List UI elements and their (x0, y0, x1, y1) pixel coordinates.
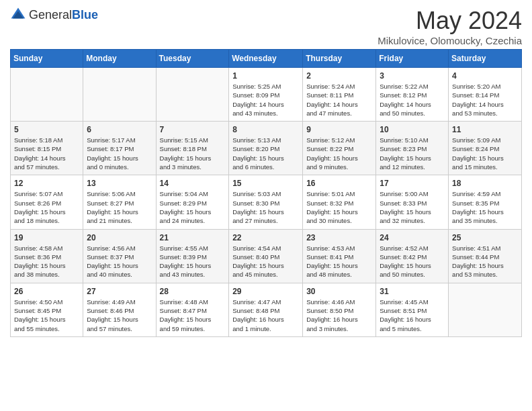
day-number: 18 (452, 179, 518, 188)
header-sunday: Sunday (11, 50, 83, 68)
day-info: Sunrise: 5:04 AMSunset: 8:29 PMDaylight:… (160, 189, 226, 225)
title-block: May 2024 Mikulovice, Olomoucky, Czechia (378, 7, 522, 46)
day-info: Sunrise: 5:09 AMSunset: 8:24 PMDaylight:… (452, 136, 518, 171)
day-number: 1 (232, 71, 299, 81)
calendar-cell: 31Sunrise: 4:45 AMSunset: 8:51 PMDayligh… (376, 283, 449, 336)
day-info: Sunrise: 5:17 AMSunset: 8:17 PMDaylight:… (87, 136, 152, 171)
day-number: 9 (306, 125, 372, 134)
calendar-cell: 24Sunrise: 4:52 AMSunset: 8:42 PMDayligh… (376, 229, 449, 283)
day-info: Sunrise: 5:20 AMSunset: 8:14 PMDaylight:… (452, 82, 518, 118)
day-info: Sunrise: 5:24 AMSunset: 8:11 PMDaylight:… (306, 82, 372, 118)
calendar-cell: 18Sunrise: 4:59 AMSunset: 8:35 PMDayligh… (449, 175, 522, 229)
day-info: Sunrise: 4:45 AMSunset: 8:51 PMDaylight:… (380, 298, 445, 333)
day-number: 28 (160, 287, 226, 296)
calendar-cell (11, 68, 83, 122)
calendar-cell: 29Sunrise: 4:47 AMSunset: 8:48 PMDayligh… (229, 283, 303, 336)
calendar-cell: 6Sunrise: 5:17 AMSunset: 8:17 PMDaylight… (83, 122, 156, 175)
calendar-cell: 4Sunrise: 5:20 AMSunset: 8:14 PMDaylight… (449, 68, 522, 122)
header-monday: Monday (83, 50, 156, 68)
calendar-cell: 11Sunrise: 5:09 AMSunset: 8:24 PMDayligh… (449, 122, 522, 175)
day-info: Sunrise: 5:00 AMSunset: 8:33 PMDaylight:… (380, 189, 445, 225)
month-title: May 2024 (378, 7, 522, 35)
calendar-cell: 10Sunrise: 5:10 AMSunset: 8:23 PMDayligh… (376, 122, 449, 175)
day-info: Sunrise: 5:18 AMSunset: 8:15 PMDaylight:… (14, 136, 79, 171)
day-number: 29 (232, 287, 299, 296)
day-number: 14 (160, 179, 226, 188)
calendar-cell (449, 283, 522, 336)
day-number: 6 (87, 125, 152, 134)
page: GeneralBlue May 2024 Mikulovice, Olomouc… (0, 0, 532, 347)
day-number: 5 (14, 125, 79, 134)
header-saturday: Saturday (449, 50, 522, 68)
day-info: Sunrise: 5:15 AMSunset: 8:18 PMDaylight:… (160, 136, 226, 171)
day-number: 15 (232, 179, 299, 188)
day-info: Sunrise: 5:22 AMSunset: 8:12 PMDaylight:… (380, 82, 445, 118)
day-info: Sunrise: 4:50 AMSunset: 8:45 PMDaylight:… (14, 298, 79, 333)
day-info: Sunrise: 4:55 AMSunset: 8:39 PMDaylight:… (160, 244, 226, 279)
day-info: Sunrise: 4:59 AMSunset: 8:35 PMDaylight:… (452, 189, 518, 225)
day-number: 13 (87, 179, 152, 188)
day-number: 4 (452, 71, 518, 81)
calendar-cell (156, 68, 229, 122)
calendar-cell: 14Sunrise: 5:04 AMSunset: 8:29 PMDayligh… (156, 175, 229, 229)
day-info: Sunrise: 4:54 AMSunset: 8:40 PMDaylight:… (232, 244, 299, 279)
day-info: Sunrise: 4:52 AMSunset: 8:42 PMDaylight:… (380, 244, 445, 279)
calendar-cell: 12Sunrise: 5:07 AMSunset: 8:26 PMDayligh… (11, 175, 83, 229)
day-number: 19 (14, 233, 79, 242)
logo-general: GeneralBlue (29, 8, 98, 22)
day-number: 8 (232, 125, 299, 134)
day-info: Sunrise: 5:10 AMSunset: 8:23 PMDaylight:… (380, 136, 445, 171)
calendar-cell: 8Sunrise: 5:13 AMSunset: 8:20 PMDaylight… (229, 122, 303, 175)
day-number: 30 (306, 287, 372, 296)
calendar-cell: 13Sunrise: 5:06 AMSunset: 8:27 PMDayligh… (83, 175, 156, 229)
day-number: 11 (452, 125, 518, 134)
header: GeneralBlue May 2024 Mikulovice, Olomouc… (10, 7, 522, 46)
day-info: Sunrise: 5:13 AMSunset: 8:20 PMDaylight:… (232, 136, 299, 171)
day-number: 26 (14, 287, 79, 296)
day-number: 16 (306, 179, 372, 188)
calendar-cell: 25Sunrise: 4:51 AMSunset: 8:44 PMDayligh… (449, 229, 522, 283)
day-info: Sunrise: 5:25 AMSunset: 8:09 PMDaylight:… (232, 82, 299, 118)
day-info: Sunrise: 5:07 AMSunset: 8:26 PMDaylight:… (14, 189, 79, 225)
day-info: Sunrise: 5:06 AMSunset: 8:27 PMDaylight:… (87, 189, 152, 225)
calendar-week-1: 1Sunrise: 5:25 AMSunset: 8:09 PMDaylight… (11, 68, 522, 122)
calendar-cell: 20Sunrise: 4:56 AMSunset: 8:37 PMDayligh… (83, 229, 156, 283)
day-info: Sunrise: 4:51 AMSunset: 8:44 PMDaylight:… (452, 244, 518, 279)
calendar-cell: 21Sunrise: 4:55 AMSunset: 8:39 PMDayligh… (156, 229, 229, 283)
calendar-cell: 15Sunrise: 5:03 AMSunset: 8:30 PMDayligh… (229, 175, 303, 229)
day-info: Sunrise: 5:03 AMSunset: 8:30 PMDaylight:… (232, 189, 299, 225)
day-number: 7 (160, 125, 226, 134)
day-number: 3 (380, 71, 445, 81)
day-number: 24 (380, 233, 445, 242)
day-info: Sunrise: 4:47 AMSunset: 8:48 PMDaylight:… (232, 298, 299, 333)
day-number: 27 (87, 287, 152, 296)
day-info: Sunrise: 4:49 AMSunset: 8:46 PMDaylight:… (87, 298, 152, 333)
location: Mikulovice, Olomoucky, Czechia (378, 35, 522, 46)
calendar-cell: 3Sunrise: 5:22 AMSunset: 8:12 PMDaylight… (376, 68, 449, 122)
calendar-cell: 27Sunrise: 4:49 AMSunset: 8:46 PMDayligh… (83, 283, 156, 336)
day-info: Sunrise: 4:56 AMSunset: 8:37 PMDaylight:… (87, 244, 152, 279)
calendar-week-4: 19Sunrise: 4:58 AMSunset: 8:36 PMDayligh… (11, 229, 522, 283)
calendar-cell: 23Sunrise: 4:53 AMSunset: 8:41 PMDayligh… (303, 229, 376, 283)
day-number: 12 (14, 179, 79, 188)
calendar-cell: 7Sunrise: 5:15 AMSunset: 8:18 PMDaylight… (156, 122, 229, 175)
day-info: Sunrise: 4:46 AMSunset: 8:50 PMDaylight:… (306, 298, 372, 333)
day-number: 31 (380, 287, 445, 296)
calendar-cell: 5Sunrise: 5:18 AMSunset: 8:15 PMDaylight… (11, 122, 83, 175)
weekday-header-row: Sunday Monday Tuesday Wednesday Thursday… (11, 50, 522, 68)
day-number: 20 (87, 233, 152, 242)
calendar-week-2: 5Sunrise: 5:18 AMSunset: 8:15 PMDaylight… (11, 122, 522, 175)
calendar-cell: 1Sunrise: 5:25 AMSunset: 8:09 PMDaylight… (229, 68, 303, 122)
calendar-cell: 2Sunrise: 5:24 AMSunset: 8:11 PMDaylight… (303, 68, 376, 122)
day-number: 10 (380, 125, 445, 134)
day-number: 25 (452, 233, 518, 242)
day-number: 21 (160, 233, 226, 242)
day-info: Sunrise: 4:48 AMSunset: 8:47 PMDaylight:… (160, 298, 226, 333)
logo-icon (10, 7, 26, 23)
calendar-week-3: 12Sunrise: 5:07 AMSunset: 8:26 PMDayligh… (11, 175, 522, 229)
header-tuesday: Tuesday (156, 50, 229, 68)
header-wednesday: Wednesday (229, 50, 303, 68)
calendar-cell: 16Sunrise: 5:01 AMSunset: 8:32 PMDayligh… (303, 175, 376, 229)
day-info: Sunrise: 5:12 AMSunset: 8:22 PMDaylight:… (306, 136, 372, 171)
calendar: Sunday Monday Tuesday Wednesday Thursday… (10, 49, 522, 337)
